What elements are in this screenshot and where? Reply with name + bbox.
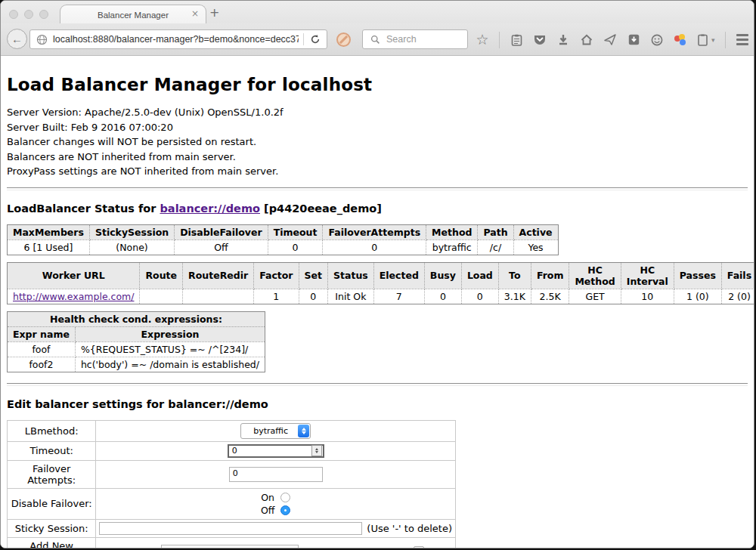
col-maxmembers: MaxMembers bbox=[8, 224, 90, 239]
col-failoverattempts: FailoverAttempts bbox=[323, 224, 426, 239]
balancer-status-table: MaxMembers StickySession DisableFailover… bbox=[7, 224, 559, 255]
form-row-sticky: Sticky Session: (Use '-' to delete) bbox=[8, 519, 456, 537]
expr-row: foof2 hc('body') =~ /domain is establish… bbox=[8, 357, 265, 372]
close-window-button[interactable] bbox=[9, 10, 18, 19]
timeout-value: 0 bbox=[232, 446, 237, 456]
status-heading: LoadBalancer Status for balancer://demo … bbox=[7, 202, 748, 215]
clipboard-icon[interactable] bbox=[510, 33, 523, 47]
toolbar-divider bbox=[499, 32, 500, 48]
confirm-label: Are you sure? bbox=[340, 545, 407, 548]
server-built: Server Built: Feb 9 2016 07:00:20 bbox=[7, 120, 748, 135]
urlbar-divider bbox=[303, 33, 304, 45]
clipboard-menu-icon bbox=[696, 33, 709, 47]
col-stickysession: StickySession bbox=[89, 224, 174, 239]
bookmark-star-icon[interactable]: ☆ bbox=[476, 33, 489, 47]
notice-proxypass: ProxyPass settings are NOT inherited fro… bbox=[7, 164, 748, 179]
close-tab-icon[interactable]: × bbox=[191, 8, 199, 19]
worker-row: http://www.example.com/ 1 0 Init Ok 7 0 … bbox=[8, 289, 754, 304]
form-row-lbmethod: LBmethod: bytraffic bbox=[8, 420, 456, 441]
clipboard-menu-button[interactable]: ▾ bbox=[696, 33, 715, 47]
edit-settings-heading: Edit balancer settings for balancer://de… bbox=[7, 398, 748, 410]
sticky-session-input[interactable] bbox=[99, 522, 362, 535]
reload-icon[interactable] bbox=[308, 32, 322, 46]
page-title: Load Balancer Manager for localhost bbox=[7, 75, 748, 94]
table-header-row: MaxMembers StickySession DisableFailover… bbox=[8, 224, 559, 239]
url-text[interactable]: localhost:8880/balancer-manager?b=demo&n… bbox=[53, 34, 299, 45]
globe-icon bbox=[35, 32, 48, 46]
balancer-link[interactable]: balancer://demo bbox=[160, 202, 260, 215]
tab-title: Balancer Manager bbox=[98, 11, 169, 20]
notice-inherit: Balancers are NOT inherited from main se… bbox=[7, 150, 748, 165]
pocket-icon[interactable] bbox=[533, 33, 547, 47]
col-method: Method bbox=[426, 224, 478, 239]
search-placeholder: Search bbox=[386, 34, 417, 45]
worker-table: Worker URL Route RouteRedir Factor Set S… bbox=[7, 262, 754, 304]
search-field[interactable]: Search bbox=[362, 29, 468, 49]
radio-on-label: On bbox=[261, 491, 274, 504]
toolbar-icons: ☆ bbox=[476, 23, 754, 56]
server-info: Server Version: Apache/2.5.0-dev (Unix) … bbox=[7, 105, 748, 179]
back-icon: ← bbox=[11, 32, 23, 45]
add-worker-label: Add New Worker: bbox=[8, 537, 96, 548]
radio-off-label: Off bbox=[261, 504, 274, 517]
col-worker-url: Worker URL bbox=[8, 262, 140, 289]
toolbar-divider bbox=[725, 32, 726, 48]
back-button[interactable]: ← bbox=[7, 29, 27, 49]
number-spinner-icon[interactable] bbox=[311, 445, 322, 456]
lbmethod-label: LBmethod: bbox=[8, 420, 96, 441]
download-icon[interactable] bbox=[556, 33, 570, 47]
panel-download-icon[interactable] bbox=[627, 33, 640, 47]
sticky-session-hint: (Use '-' to delete) bbox=[367, 523, 452, 534]
tab-bar: Balancer Manager × + bbox=[1, 1, 754, 23]
new-tab-button[interactable]: + bbox=[209, 7, 219, 19]
form-row-timeout: Timeout: 0 bbox=[8, 441, 456, 460]
form-row-disable-failover: Disable Failover: On Off bbox=[8, 488, 456, 519]
disable-failover-label: Disable Failover: bbox=[8, 488, 96, 519]
timeout-input[interactable]: 0 bbox=[228, 444, 324, 458]
server-version: Server Version: Apache/2.5.0-dev (Unix) … bbox=[7, 105, 748, 120]
navigation-toolbar: ← localhost:8880/balancer-manager?b=demo… bbox=[1, 23, 754, 56]
zoom-window-button[interactable] bbox=[39, 10, 48, 19]
tab-balancer-manager[interactable]: Balancer Manager × bbox=[60, 5, 206, 24]
notice-persist: Balancer changes will NOT be persisted o… bbox=[7, 134, 748, 150]
select-stepper-icon bbox=[298, 425, 309, 437]
page-content: Load Balancer Manager for localhost Serv… bbox=[1, 56, 754, 548]
table-row: 6 [1 Used] (None) Off 0 0 bytraffic /c/ … bbox=[8, 239, 559, 255]
failover-attempts-input[interactable]: 0 bbox=[229, 467, 323, 482]
form-row-add-worker: Add New Worker: Are you sure? bbox=[8, 537, 456, 548]
confirm-checkbox[interactable] bbox=[414, 546, 424, 549]
col-expr-name: Expr name bbox=[8, 326, 76, 341]
lbmethod-select[interactable]: bytraffic bbox=[240, 423, 311, 439]
window-controls bbox=[9, 10, 48, 19]
timeout-label: Timeout: bbox=[8, 441, 96, 460]
home-icon[interactable] bbox=[580, 33, 593, 47]
chevron-down-icon: ▾ bbox=[711, 36, 715, 44]
smiley-icon[interactable] bbox=[650, 33, 664, 47]
table-header-row: Expr name Expression bbox=[8, 326, 265, 341]
table-title-row: Health check cond. expressions: bbox=[8, 311, 265, 326]
radio-off[interactable] bbox=[280, 505, 290, 515]
divider bbox=[7, 187, 748, 190]
multicolor-dots-icon[interactable] bbox=[674, 34, 686, 46]
adblock-icon[interactable] bbox=[336, 32, 351, 47]
edit-balancer-form: LBmethod: bytraffic Timeout: 0 bbox=[7, 420, 456, 549]
radio-on[interactable] bbox=[280, 493, 290, 502]
health-table-title: Health check cond. expressions: bbox=[8, 311, 265, 326]
col-timeout: Timeout bbox=[268, 224, 323, 239]
menu-icon[interactable] bbox=[736, 33, 749, 47]
browser-window: Balancer Manager × + ← localhost:8880/ba… bbox=[0, 0, 754, 548]
status-heading-suffix: [p4420eeae_demo] bbox=[260, 202, 382, 215]
worker-url-link[interactable]: http://www.example.com/ bbox=[13, 291, 134, 302]
send-icon[interactable] bbox=[603, 33, 617, 47]
col-disablefailover: DisableFailover bbox=[175, 224, 268, 239]
search-icon bbox=[368, 32, 382, 46]
add-worker-input[interactable] bbox=[161, 545, 299, 548]
col-path: Path bbox=[478, 224, 513, 239]
col-active: Active bbox=[513, 224, 558, 239]
minimize-window-button[interactable] bbox=[24, 10, 33, 19]
table-header-row: Worker URL Route RouteRedir Factor Set S… bbox=[8, 262, 754, 289]
col-expression: Expression bbox=[75, 326, 265, 341]
status-heading-prefix: LoadBalancer Status for bbox=[7, 202, 160, 215]
health-check-table: Health check cond. expressions: Expr nam… bbox=[7, 311, 265, 372]
url-bar[interactable]: localhost:8880/balancer-manager?b=demo&n… bbox=[29, 29, 327, 49]
